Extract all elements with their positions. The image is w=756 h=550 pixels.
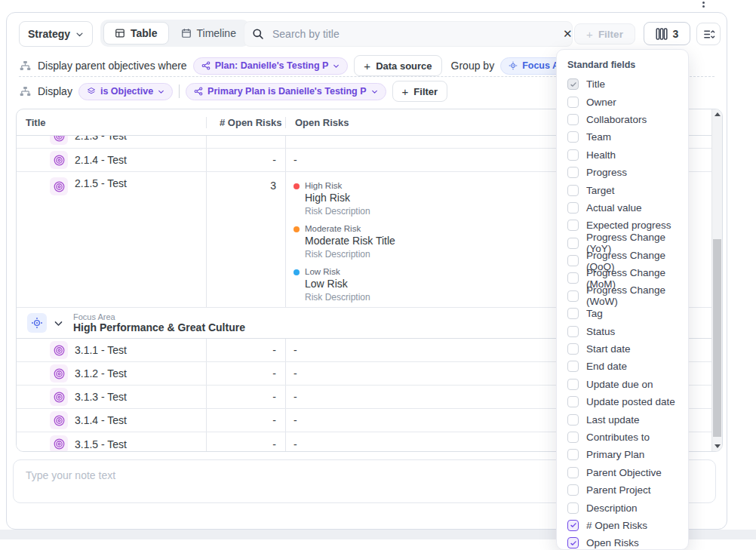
field-option-open-risks[interactable]: Open Risks	[557, 534, 688, 550]
field-option-owner[interactable]: Owner	[557, 93, 688, 110]
checkbox-icon[interactable]	[567, 467, 579, 478]
objective-icon	[50, 411, 68, 429]
plan-filter-chip-label: Plan: Danielle's Testing P	[215, 60, 329, 71]
field-option-target[interactable]: Target	[557, 181, 688, 198]
checkbox-icon[interactable]	[567, 449, 579, 460]
checkbox-icon[interactable]	[567, 220, 579, 231]
add-filter-button[interactable]: + Filter	[392, 81, 448, 102]
field-option-collaborators[interactable]: Collaborators	[557, 111, 688, 128]
field-option-update-due-on[interactable]: Update due on	[557, 376, 688, 393]
risk-item[interactable]: Low RiskLow RiskRisk Description	[293, 267, 395, 303]
plus-icon: +	[586, 29, 593, 40]
type-filter-chip[interactable]: is Objective	[78, 83, 173, 100]
field-option-actual-value[interactable]: Actual value	[557, 199, 688, 217]
checkbox-icon[interactable]	[567, 414, 579, 426]
objective-icon	[50, 151, 68, 169]
checkbox-icon[interactable]	[567, 97, 579, 108]
field-option-status[interactable]: Status	[557, 322, 688, 340]
field-option-health[interactable]: Health	[557, 146, 688, 164]
view-selector-label: Strategy	[28, 28, 70, 40]
more-options-icon[interactable]	[702, 0, 705, 8]
chevron-down-icon[interactable]	[54, 318, 63, 328]
field-option-title[interactable]: Title	[557, 75, 688, 93]
checkbox-icon[interactable]	[567, 272, 579, 284]
checkbox-icon[interactable]	[567, 326, 579, 337]
field-option-update-posted-date[interactable]: Update posted date	[557, 393, 688, 410]
scroll-up-arrow[interactable]	[712, 109, 722, 119]
focus-area-icon	[27, 313, 47, 333]
field-option-contributes-to[interactable]: Contributes to	[557, 429, 688, 446]
field-option-progress-change-wow[interactable]: Progress Change (WoW)	[557, 287, 688, 305]
filter-button-disabled[interactable]: + Filter	[574, 23, 635, 45]
field-option-primary-plan[interactable]: Primary Plan	[557, 446, 688, 463]
view-selector-button[interactable]: Strategy	[19, 21, 93, 47]
checkbox-icon[interactable]	[567, 114, 579, 125]
checkbox-icon[interactable]	[567, 290, 579, 302]
checkbox-icon[interactable]	[567, 484, 579, 496]
field-option-last-update[interactable]: Last update	[557, 410, 688, 428]
checkbox-icon[interactable]	[567, 361, 579, 372]
checkbox-icon[interactable]	[567, 379, 579, 390]
columns-count: 3	[673, 28, 679, 40]
field-option-end-date[interactable]: End date	[557, 358, 688, 375]
field-option-label: Primary Plan	[586, 449, 644, 460]
scroll-down-arrow[interactable]	[712, 441, 722, 451]
filter-button-label: Filter	[598, 29, 623, 40]
field-option-parent-project[interactable]: Parent Project	[557, 481, 688, 499]
column-header-title[interactable]: Title	[17, 117, 207, 128]
chevron-down-icon	[75, 30, 84, 38]
checkbox-icon[interactable]	[567, 537, 579, 548]
fields-menu-list: TitleOwnerCollaboratorsTeamHealthProgres…	[557, 75, 688, 550]
field-option-label: Target	[586, 185, 615, 196]
primary-plan-filter-chip[interactable]: Primary Plan is Danielle's Testing P	[186, 83, 386, 100]
tab-timeline-label: Timeline	[197, 27, 236, 39]
table-scrollbar[interactable]	[711, 109, 722, 451]
checkbox-icon[interactable]	[567, 131, 579, 143]
open-risks-count: -	[207, 362, 286, 385]
risk-description: Risk Description	[305, 206, 370, 217]
risk-item[interactable]: Moderate RiskModerate Risk TitleRisk Des…	[293, 224, 395, 260]
checkbox-icon[interactable]	[567, 78, 579, 90]
clear-search-icon[interactable]: ✕	[563, 28, 573, 39]
objective-icon	[50, 136, 68, 145]
checkbox-icon[interactable]	[567, 308, 579, 319]
plus-icon: +	[364, 60, 370, 72]
chevron-down-icon	[333, 63, 340, 69]
add-data-source-button[interactable]: + Data source	[354, 55, 441, 76]
checkbox-icon[interactable]	[567, 202, 579, 214]
field-option-start-date[interactable]: Start date	[557, 340, 688, 358]
field-option-tag[interactable]: Tag	[557, 305, 688, 322]
tab-table[interactable]: Table	[103, 22, 169, 45]
checkbox-icon[interactable]	[567, 167, 579, 178]
checkbox-icon[interactable]	[567, 149, 579, 161]
calendar-icon	[181, 28, 192, 38]
scrollbar-thumb[interactable]	[713, 239, 721, 437]
field-option-parent-objective[interactable]: Parent Objective	[557, 464, 688, 481]
row-title: 3.1.1 - Test	[75, 344, 127, 356]
column-header-open-risks-count[interactable]: # Open Risks	[207, 117, 286, 128]
checkbox-icon[interactable]	[567, 255, 579, 266]
field-option-description[interactable]: Description	[557, 499, 688, 516]
group-title: High Performance & Great Culture	[73, 321, 245, 333]
field-option-team[interactable]: Team	[557, 128, 688, 146]
columns-button[interactable]: 3	[644, 22, 690, 45]
row-height-button[interactable]	[696, 23, 721, 45]
checkbox-icon[interactable]	[567, 396, 579, 407]
risk-severity-dot	[293, 183, 300, 189]
search-input[interactable]	[271, 27, 564, 41]
plan-filter-chip[interactable]: Plan: Danielle's Testing P	[193, 57, 349, 75]
checkbox-icon[interactable]	[567, 185, 579, 196]
checkbox-icon[interactable]	[567, 238, 579, 249]
risk-item[interactable]: High RiskHigh RiskRisk Description	[293, 181, 395, 217]
checkbox-icon[interactable]	[567, 502, 579, 514]
fields-menu: Standard fields TitleOwnerCollaboratorsT…	[556, 49, 689, 550]
group-by-label: Group by	[451, 60, 495, 72]
tab-timeline[interactable]: Timeline	[171, 23, 247, 44]
checkbox-icon[interactable]	[567, 520, 579, 531]
objective-icon	[50, 388, 68, 406]
checkbox-icon[interactable]	[567, 432, 579, 443]
field-option-open-risks[interactable]: # Open Risks	[557, 517, 688, 534]
checkbox-icon[interactable]	[567, 343, 579, 355]
field-option-progress[interactable]: Progress	[557, 164, 688, 181]
chevron-down-icon	[158, 88, 164, 95]
